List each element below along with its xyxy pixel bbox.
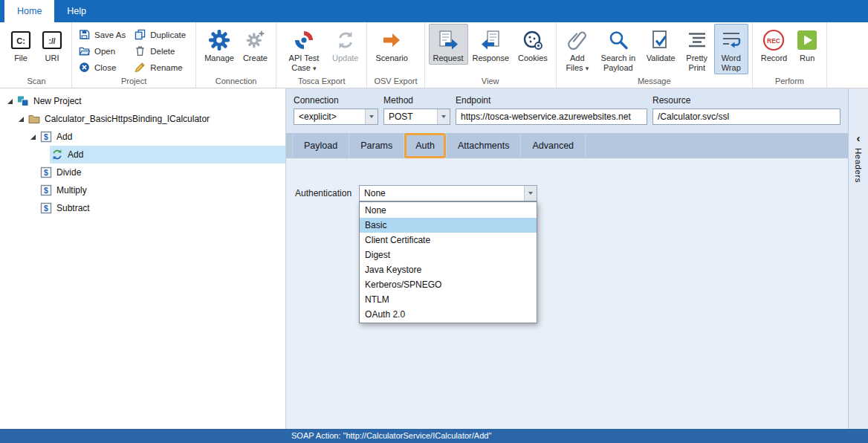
authentication-select[interactable]: None: [359, 185, 537, 201]
run-icon: [796, 28, 818, 52]
method-icon: $: [39, 166, 53, 178]
tab-auth[interactable]: Auth: [404, 133, 447, 158]
menu-tab-home[interactable]: Home: [4, 0, 54, 22]
update-button[interactable]: Update: [328, 24, 363, 65]
duplicate-icon: [135, 29, 146, 42]
refresh-icon: [50, 149, 64, 161]
endpoint-input[interactable]: [456, 109, 647, 125]
resource-input[interactable]: [652, 109, 841, 125]
chevron-down-icon[interactable]: [437, 109, 450, 124]
tab-advanced[interactable]: Advanced: [521, 133, 586, 158]
close-button[interactable]: Close: [76, 60, 132, 75]
ribbon-group-tosca-export: API Test Case Update Tosca Export: [276, 22, 367, 88]
svg-text:$: $: [44, 168, 48, 177]
tree-item-calculator-service[interactable]: Calculator_BasicHttpsBinding_ICalculator: [0, 110, 285, 128]
auth-option-java-keystore[interactable]: Java Keystore: [360, 262, 537, 277]
group-label-connection: Connection: [200, 76, 272, 88]
tree-item-subtract[interactable]: $ Subtract: [0, 199, 285, 217]
tree-item-new-project[interactable]: New Project: [0, 92, 285, 110]
auth-option-client-certificate[interactable]: Client Certificate: [360, 233, 537, 248]
chevron-down-icon[interactable]: [524, 186, 537, 201]
open-button[interactable]: Open: [76, 44, 132, 59]
pretty-print-lines-icon: [687, 28, 707, 52]
export-arrow-icon: [381, 28, 402, 52]
svg-text:$: $: [44, 186, 48, 195]
group-label-tosca-export: Tosca Export: [280, 76, 363, 88]
method-select[interactable]: POST: [383, 109, 450, 125]
headers-side-panel[interactable]: Headers: [848, 88, 868, 429]
dropdown-caret-icon: [586, 63, 589, 72]
uri-icon: ://: [42, 28, 62, 52]
scenario-button[interactable]: Scenario: [371, 24, 412, 65]
request-button[interactable]: Request: [429, 24, 468, 65]
menu-tab-help[interactable]: Help: [54, 0, 99, 22]
delete-button[interactable]: Delete: [132, 44, 192, 59]
response-button[interactable]: Response: [468, 24, 514, 65]
method-icon: $: [39, 131, 53, 143]
auth-option-basic[interactable]: Basic: [360, 218, 537, 233]
uri-button[interactable]: :// URI: [36, 24, 68, 65]
authentication-label: Authentication: [295, 188, 352, 198]
project-icon: [16, 95, 30, 107]
save-as-button[interactable]: Save As: [76, 28, 132, 42]
tab-payload[interactable]: Payload: [292, 133, 349, 158]
validate-button[interactable]: Validate: [642, 24, 680, 65]
ribbon-group-scan: C: File :// URI Scan: [1, 22, 72, 88]
word-wrap-icon: [721, 28, 742, 52]
file-button[interactable]: C: File: [5, 24, 36, 65]
create-button[interactable]: Create: [239, 24, 272, 65]
record-icon: REC: [762, 28, 785, 52]
auth-option-ntlm[interactable]: NTLM: [360, 292, 537, 307]
floppy-icon: [79, 29, 90, 42]
search-in-payload-button[interactable]: Search in Payload: [595, 24, 642, 74]
expand-triangle-icon[interactable]: [16, 117, 27, 122]
cookies-button[interactable]: Cookies: [514, 24, 552, 65]
cookie-icon: [522, 28, 543, 52]
auth-option-oauth2[interactable]: OAuth 2.0: [360, 307, 537, 322]
add-files-button[interactable]: Add Files: [560, 24, 595, 74]
trash-icon: [135, 45, 146, 58]
soap-action-text: SOAP Action: "http://CalculatorService/I…: [291, 431, 491, 440]
ribbon-group-osv-export: Scenario OSV Export: [367, 22, 424, 88]
run-button[interactable]: Run: [791, 24, 823, 65]
connection-select[interactable]: <explicit>: [294, 109, 378, 125]
manage-button[interactable]: Manage: [200, 24, 239, 65]
group-label-project: Project: [76, 76, 192, 88]
gear-icon: [208, 28, 230, 52]
expand-triangle-icon[interactable]: [4, 99, 16, 104]
status-bar: SOAP Action: "http://CalculatorService/I…: [0, 429, 868, 443]
auth-option-digest[interactable]: Digest: [360, 248, 537, 262]
tree-item-add-operation[interactable]: Add: [0, 146, 285, 164]
method-icon: $: [39, 202, 53, 214]
api-test-case-button[interactable]: API Test Case: [280, 24, 328, 74]
tab-params[interactable]: Params: [349, 133, 404, 158]
expand-triangle-icon[interactable]: [27, 135, 39, 140]
tree-item-divide[interactable]: $ Divide: [0, 164, 285, 181]
tree-item-multiply[interactable]: $ Multiply: [0, 181, 285, 199]
project-tree: New Project Calculator_BasicHttpsBinding…: [0, 88, 286, 429]
gear-plus-icon: [245, 28, 265, 52]
tree-item-add[interactable]: $ Add: [0, 128, 285, 146]
paperclip-icon: [568, 28, 587, 52]
authentication-dropdown-list: None Basic Client Certificate Digest Jav…: [359, 201, 537, 323]
auth-option-none[interactable]: None: [360, 203, 537, 218]
menu-bar: Home Help: [0, 0, 868, 22]
word-wrap-button[interactable]: Word Wrap: [714, 24, 748, 74]
auth-option-kerberos-spnego[interactable]: Kerberos/SPNEGO: [360, 277, 537, 292]
ribbon-group-connection: Manage Create Connection: [196, 22, 276, 88]
ribbon-group-view: Request Response Cookies View: [425, 22, 557, 88]
pretty-print-button[interactable]: Pretty Print: [680, 24, 714, 74]
tosca-logo-icon: [294, 28, 314, 52]
duplicate-button[interactable]: Duplicate: [132, 28, 192, 42]
validate-check-icon: [651, 28, 670, 52]
chevron-down-icon[interactable]: [365, 109, 378, 124]
collapse-chevron-icon[interactable]: [857, 133, 861, 143]
record-button[interactable]: REC Record: [757, 24, 791, 65]
dropdown-caret-icon: [313, 63, 317, 72]
headers-panel-label[interactable]: Headers: [854, 148, 863, 183]
connection-label: Connection: [294, 95, 378, 106]
close-circle-icon: [79, 62, 90, 74]
tab-attachments[interactable]: Attachments: [447, 133, 521, 158]
auth-tab-content: Authentication None None Basic Client Ce…: [286, 158, 848, 429]
rename-button[interactable]: Rename: [132, 60, 192, 75]
